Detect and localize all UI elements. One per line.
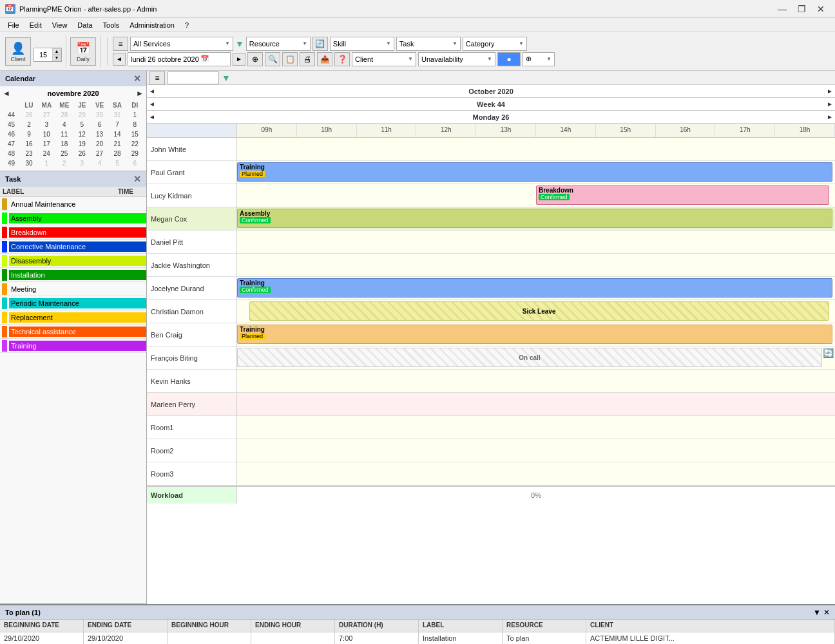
cal-day[interactable]: 27 [91,149,108,158]
cal-day[interactable]: 9 [20,129,37,139]
cal-prev-button[interactable]: ◄ [3,89,10,98]
cal-day[interactable]: 28 [55,110,73,120]
cal-day[interactable]: 11 [55,129,73,139]
schedule-scroll[interactable]: John White Paul Grant Training Planned L… [147,138,835,604]
task-item-assembly[interactable]: Assembly [0,211,146,225]
cal-day[interactable]: 16 [20,139,37,149]
menu-data[interactable]: Data [72,20,97,30]
cal-day[interactable]: 31 [108,110,126,120]
task-item-training[interactable]: Training [0,339,146,353]
event-training-paul-grant[interactable]: Training Planned [237,162,832,182]
menu-edit[interactable]: Edit [24,20,47,30]
week-next-button[interactable]: ► [825,98,835,111]
cal-day[interactable]: 1 [126,110,144,120]
task-item-installation[interactable]: Installation [0,268,146,282]
task-item-periodic-maintenance[interactable]: Periodic Maintenance [0,296,146,310]
day-count-input[interactable]: 15 [34,48,52,61]
task-item-disassembly[interactable]: Disassembly [0,254,146,268]
cal-day[interactable]: 23 [20,149,37,158]
daily-button[interactable]: 📅 Daily [70,37,96,66]
cal-day[interactable]: 26 [20,110,37,120]
export-icon[interactable]: 📤 [317,52,332,66]
schedule-search-input[interactable] [168,71,219,84]
cal-day[interactable]: 12 [73,129,91,139]
event-sick-leave-christian-damon[interactable]: Sick Leave [249,301,829,321]
cal-day[interactable]: 10 [38,129,56,139]
menu-administration[interactable]: Administration [124,20,180,30]
cal-day[interactable]: 27 [38,110,56,120]
menu-help[interactable]: ? [180,20,194,30]
calendar-close-button[interactable]: ✕ [133,73,141,84]
prev-date-button[interactable]: ◄ [113,53,126,66]
toggle-blue-icon[interactable]: ● [497,52,521,66]
cal-day[interactable]: 14 [108,129,126,139]
task-item-meeting[interactable]: Meeting [0,282,146,296]
day-count-up[interactable]: ▲ [52,48,61,55]
search-icon[interactable]: 🔍 [265,52,280,66]
cal-day[interactable]: 20 [91,139,108,149]
refresh-icon[interactable]: 🔄 [312,37,328,51]
view-options-icon[interactable]: ≡ [113,37,128,51]
schedule-layout-icon[interactable]: ≡ [149,71,165,85]
day-prev-button[interactable]: ◄ [147,111,157,124]
cal-day[interactable]: 30 [91,110,108,120]
close-button[interactable]: ✕ [812,3,830,15]
cal-day[interactable]: 8 [126,120,144,129]
cal-next-button[interactable]: ► [136,89,144,98]
cal-day[interactable]: 21 [108,139,126,149]
cal-day[interactable]: 26 [73,149,91,158]
print-preview-icon[interactable]: 📋 [282,52,298,66]
cal-day[interactable]: 25 [55,149,73,158]
day-next-button[interactable]: ► [825,111,835,124]
cal-day[interactable]: 17 [38,139,56,149]
help-icon[interactable]: ❓ [334,52,350,66]
next-date-button[interactable]: ► [233,53,245,66]
cal-day[interactable]: 7 [108,120,126,129]
services-dropdown[interactable]: All Services ▼ [130,37,233,51]
schedule-filter-icon[interactable]: ▼ [222,73,231,83]
cal-day[interactable]: 18 [55,139,73,149]
task-dropdown[interactable]: Task ▼ [396,37,461,51]
cal-day[interactable]: 19 [73,139,91,149]
cal-day[interactable]: 4 [55,120,73,129]
cal-day[interactable]: 2 [20,120,37,129]
cal-day[interactable]: 5 [108,158,126,168]
unavailability-dropdown[interactable]: Unavailability ▼ [418,52,495,66]
maximize-button[interactable]: ❐ [792,3,811,15]
cal-day[interactable]: 3 [73,158,91,168]
bottom-collapse-button[interactable]: ▼ [813,608,821,617]
event-training-ben-craig[interactable]: Training Planned [237,325,832,344]
category-dropdown[interactable]: Category ▼ [463,37,527,51]
task-close-button[interactable]: ✕ [133,174,141,184]
cal-day[interactable]: 29 [126,149,144,158]
cal-day[interactable]: 24 [38,149,56,158]
cal-day[interactable]: 29 [73,110,91,120]
cal-day[interactable]: 6 [91,120,108,129]
event-breakdown-lucy-kidman[interactable]: Breakdown Confirmed [536,185,829,205]
jump-icon[interactable]: ⊕ [247,52,263,66]
cal-day[interactable]: 28 [108,149,126,158]
cal-day[interactable]: 1 [38,158,56,168]
minimize-button[interactable]: — [773,3,791,15]
cal-day[interactable]: 15 [126,129,144,139]
month-prev-button[interactable]: ◄ [147,85,157,98]
day-count-down[interactable]: ▼ [52,55,61,61]
task-item-corrective-maintenance[interactable]: Corrective Maintenance [0,240,146,254]
event-training-jocelyne-durand[interactable]: Training Confirmed [237,278,832,298]
titlebar-controls[interactable]: — ❐ ✕ [773,3,830,15]
menu-file[interactable]: File [3,20,24,30]
menu-tools[interactable]: Tools [98,20,125,30]
day-spinbox[interactable]: 15 ▲ ▼ [34,48,62,62]
print-icon[interactable]: 🖨 [300,52,315,66]
month-next-button[interactable]: ► [825,85,835,98]
task-item-annual-maintenance[interactable]: Annual Maintenance [0,197,146,211]
event-assembly-megan-cox[interactable]: Assembly Confirmed [237,209,832,228]
resource-dropdown[interactable]: Resource ▼ [246,37,311,51]
cal-day[interactable]: 5 [73,120,91,129]
to-plan-row[interactable]: 29/10/2020 29/10/2020 7:00 Installation … [0,632,835,644]
event-on-call-francois-biting[interactable]: On call [237,348,822,367]
menu-view[interactable]: View [47,20,73,30]
client-filter-dropdown[interactable]: Client ▼ [352,52,416,66]
cal-day[interactable]: 13 [91,129,108,139]
cal-day[interactable]: 4 [91,158,108,168]
